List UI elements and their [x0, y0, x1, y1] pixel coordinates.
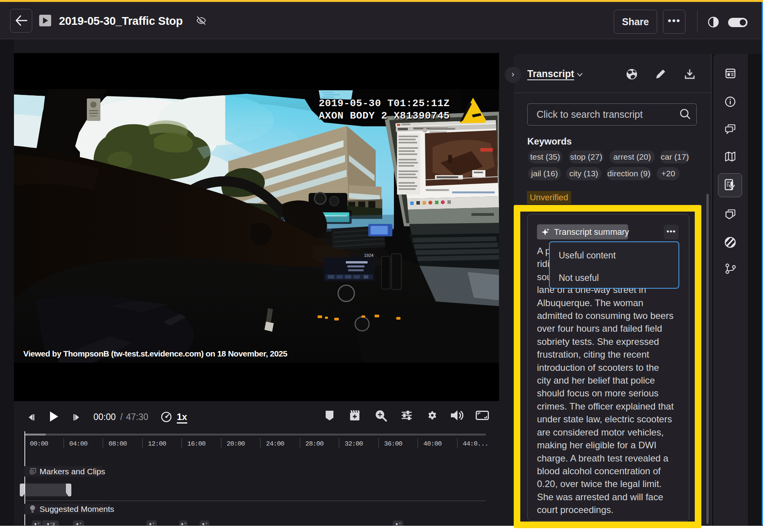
svg-text:1924: 1924 [364, 253, 373, 258]
